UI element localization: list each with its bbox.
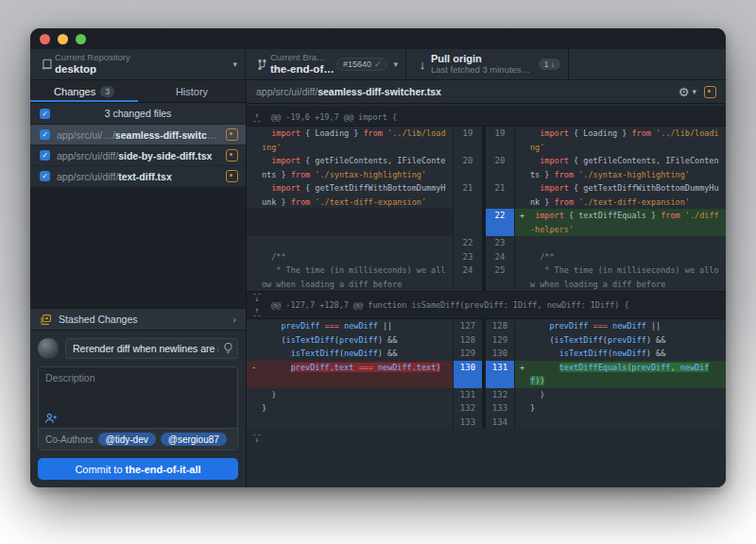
code-cell-left[interactable]: * The time (in milliseconds) we allow wh… — [247, 264, 453, 291]
code-cell-right[interactable]: * The time (in milliseconds) we allow wh… — [515, 264, 726, 291]
commit-button[interactable]: Commit to the-end-of-it-all — [38, 458, 238, 480]
new-line-number[interactable]: 19 — [486, 127, 515, 154]
new-line-number[interactable]: 20 — [486, 154, 515, 181]
code-cell-right[interactable]: + textDiffEquals(prevDiff, newDiff)) — [515, 361, 726, 388]
branch-selector-button[interactable]: Current Bra… the-end-of… #15640 ✓ ▾ — [246, 49, 406, 79]
old-line-number[interactable]: 130 — [453, 361, 482, 388]
code-cell-left[interactable] — [247, 209, 453, 236]
code-cell-left[interactable]: (isTextDiff(prevDiff) && — [247, 333, 453, 348]
code-cell-right[interactable]: + import { textDiffEquals } from './diff… — [515, 209, 726, 236]
old-line-number[interactable]: 22 — [453, 236, 482, 250]
new-line-number[interactable]: 134 — [486, 416, 515, 430]
new-line-number[interactable]: 129 — [486, 333, 515, 348]
code-cell-right[interactable]: import { getFileContents, IFileContents … — [515, 154, 726, 181]
code-cell-left[interactable] — [247, 236, 453, 250]
code-cell-left[interactable]: import { Loading } from '../lib/loading' — [247, 127, 453, 154]
old-line-number[interactable]: 132 — [453, 401, 482, 416]
diff-line[interactable]: - prevDiff.text === newDiff.text)130131+… — [247, 361, 726, 388]
code-cell-left[interactable]: ) — [247, 388, 453, 402]
old-line-number[interactable]: 127 — [453, 319, 482, 333]
file-row[interactable]: ✓app/src/ui/diff/side-by-side-diff.tsx — [30, 145, 246, 166]
code-cell-left[interactable]: import { getTextDiffWithBottomDummyHunk … — [247, 181, 453, 209]
tab-changes[interactable]: Changes 3 — [30, 80, 138, 102]
old-line-number[interactable]: 133 — [453, 416, 482, 430]
new-line-number[interactable]: 25 — [486, 264, 515, 291]
code-cell-left[interactable]: import { getFileContents, IFileContents … — [247, 154, 453, 181]
pull-origin-button[interactable]: ↓ Pull origin Last fetched 3 minutes ago… — [406, 49, 569, 79]
new-line-number[interactable]: 133 — [486, 401, 515, 416]
code-cell-right[interactable]: isTextDiff(newDiff) && — [515, 347, 726, 361]
code-cell-right[interactable] — [515, 416, 726, 430]
diff-line[interactable]: )131132 ) — [247, 388, 726, 402]
file-checkbox[interactable]: ✓ — [40, 129, 50, 140]
file-row[interactable]: ✓app/src/ui/diff/text-diff.tsx — [30, 166, 246, 187]
old-line-number[interactable]: 24 — [453, 264, 482, 291]
diff-line[interactable]: * The time (in milliseconds) we allow wh… — [247, 264, 726, 291]
old-line-number[interactable]: 19 — [453, 127, 482, 154]
code-cell-left[interactable]: /** — [247, 250, 453, 264]
code-cell-left[interactable] — [247, 416, 453, 430]
file-row[interactable]: ✓app/src/ui/…/seamless-diff-switcher.tsx — [30, 125, 246, 145]
new-line-number[interactable]: 131 — [486, 361, 515, 388]
code-cell-right[interactable]: /** — [515, 250, 726, 264]
new-line-number[interactable]: 22 — [486, 209, 515, 236]
old-line-number[interactable]: 129 — [453, 347, 482, 361]
tab-history[interactable]: History — [138, 80, 246, 102]
new-line-number[interactable]: 130 — [486, 347, 515, 361]
new-line-number[interactable]: 21 — [486, 181, 515, 209]
repo-selector-button[interactable]: Current Repository desktop ▾ — [30, 49, 246, 79]
expand-down-button[interactable]: ↓ — [253, 434, 262, 445]
code-cell-left[interactable]: isTextDiff(newDiff) && — [247, 347, 453, 361]
minimize-button[interactable] — [58, 34, 68, 44]
code-cell-right[interactable] — [515, 236, 726, 250]
diff-line[interactable]: /**2324 /** — [247, 250, 726, 264]
new-line-number[interactable]: 132 — [486, 388, 515, 402]
code-cell-right[interactable]: (isTextDiff(prevDiff) && — [515, 333, 726, 348]
code-cell-right[interactable]: } — [515, 401, 726, 416]
code-cell-right[interactable]: import { Loading } from '../lib/loading' — [515, 127, 726, 154]
old-line-number[interactable]: 21 — [453, 181, 482, 209]
code-cell-right[interactable]: import { getTextDiffWithBottomDummyHunk … — [515, 181, 726, 209]
code-cell-left[interactable]: - prevDiff.text === newDiff.text) — [247, 361, 453, 388]
old-line-number[interactable]: 20 — [453, 154, 482, 181]
file-checkbox[interactable]: ✓ — [40, 171, 50, 181]
code-cell-left[interactable]: } — [247, 401, 453, 416]
old-line-number[interactable]: 128 — [453, 333, 482, 348]
new-line-number[interactable]: 24 — [486, 250, 515, 264]
diff-line[interactable]: (isTextDiff(prevDiff) &&128129 (isTextDi… — [247, 333, 726, 348]
diff-line[interactable]: prevDiff === newDiff ||127128 prevDiff =… — [247, 319, 726, 333]
app-window: Current Repository desktop ▾ Current Bra… — [30, 28, 726, 487]
diff-line[interactable]: }132133} — [247, 401, 726, 416]
diff-line[interactable]: import { getTextDiffWithBottomDummyHunk … — [247, 181, 726, 209]
zoom-button[interactable] — [76, 34, 86, 44]
file-checkbox[interactable]: ✓ — [40, 150, 50, 161]
coauthor-pill[interactable]: @tidy-dev — [98, 433, 156, 446]
old-line-number[interactable] — [453, 209, 482, 236]
diff-options-button[interactable]: ⚙▾ — [679, 86, 696, 98]
code-cell-right[interactable]: ) — [515, 388, 726, 402]
summary-input[interactable] — [65, 338, 238, 359]
new-line-number[interactable]: 128 — [486, 319, 515, 333]
stashed-changes-row[interactable]: Stashed Changes › — [30, 308, 246, 331]
code-cell-left[interactable]: prevDiff === newDiff || — [247, 319, 453, 333]
diff-line[interactable]: 133134 — [247, 416, 726, 430]
expand-up-button[interactable]: ↑ — [253, 111, 262, 122]
code-cell-right[interactable]: prevDiff === newDiff || — [515, 319, 726, 333]
lightbulb-icon[interactable] — [223, 342, 233, 354]
close-button[interactable] — [40, 34, 50, 44]
diff-line[interactable]: 2223 — [247, 236, 726, 250]
old-line-number[interactable]: 23 — [453, 250, 482, 264]
expand-up-button[interactable]: ↑ — [253, 306, 262, 316]
diff-line[interactable]: isTextDiff(newDiff) &&129130 isTextDiff(… — [247, 347, 726, 361]
new-line-number[interactable]: 23 — [486, 236, 515, 250]
diff-line[interactable]: 22+ import { textDiffEquals } from './di… — [247, 209, 726, 236]
description-textarea[interactable] — [39, 367, 237, 411]
pr-badge[interactable]: #15640 ✓ — [336, 58, 388, 71]
diff-line[interactable]: import { Loading } from '../lib/loading'… — [247, 127, 726, 154]
add-coauthor-icon[interactable] — [44, 413, 58, 424]
old-line-number[interactable]: 131 — [453, 388, 482, 402]
branch-icon — [253, 59, 270, 71]
diff-line[interactable]: import { getFileContents, IFileContents … — [247, 154, 726, 181]
coauthor-pill[interactable]: @sergiou87 — [161, 433, 227, 446]
expand-down-button[interactable]: ↓ — [253, 294, 262, 304]
